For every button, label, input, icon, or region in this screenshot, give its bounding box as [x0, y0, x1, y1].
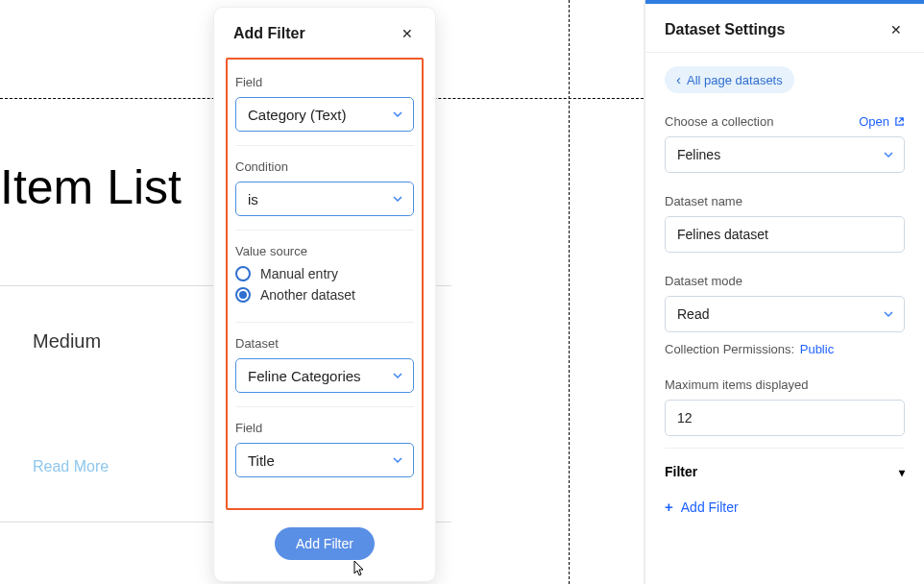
triangle-down-icon [899, 464, 905, 479]
field2-select-value: Title [248, 452, 275, 469]
permissions-link[interactable]: Public [800, 342, 834, 356]
external-link-icon [894, 116, 905, 127]
page-title: Item List [0, 159, 182, 215]
condition-select[interactable]: is [235, 182, 414, 216]
chevron-down-icon [392, 454, 403, 466]
close-icon[interactable] [399, 25, 416, 42]
add-filter-button[interactable]: Add Filter [275, 527, 375, 560]
choose-collection-label: Choose a collection [665, 114, 773, 129]
radio-icon [235, 266, 251, 281]
chevron-down-icon [392, 370, 403, 381]
add-filter-link-label: Add Filter [681, 499, 739, 515]
open-link-label: Open [859, 114, 889, 129]
dataset-name-block: Dataset name Felines dataset [665, 194, 905, 253]
collection-select-value: Felines [677, 147, 720, 162]
back-to-datasets-pill[interactable]: All page datasets [665, 66, 794, 93]
dataset-name-value: Felines dataset [677, 227, 768, 242]
chevron-down-icon [883, 308, 894, 320]
filter-heading-label: Filter [665, 464, 697, 479]
radio-label: Another dataset [260, 287, 355, 303]
dataset-label: Dataset [235, 336, 414, 351]
filter-section-toggle[interactable]: Filter [665, 448, 905, 493]
chevron-down-icon [392, 109, 403, 120]
chevron-down-icon [883, 149, 894, 160]
dataset-name-label: Dataset name [665, 194, 742, 208]
collection-permissions-row: Collection Permissions: Public [665, 342, 905, 356]
radio-icon [235, 287, 251, 303]
radio-another-dataset[interactable]: Another dataset [235, 287, 414, 303]
dataset-mode-select[interactable]: Read [665, 296, 905, 332]
back-pill-label: All page datasets [687, 73, 783, 87]
dataset-settings-panel: Dataset Settings All page datasets Choos… [644, 0, 924, 584]
rail-header: Dataset Settings [645, 4, 924, 53]
radio-manual-entry[interactable]: Manual entry [235, 266, 414, 281]
field-select-value: Category (Text) [248, 107, 347, 123]
condition-section: Condition is [235, 145, 414, 230]
read-more-link[interactable]: Read More [33, 458, 109, 475]
close-icon[interactable] [888, 21, 905, 38]
add-filter-link[interactable]: Add Filter [665, 493, 739, 530]
dataset-select-value: Feline Categories [248, 368, 361, 384]
highlighted-config-area: Field Category (Text) Condition is Value… [226, 58, 424, 510]
max-items-block: Maximum items displayed 12 [665, 377, 905, 436]
value-source-label: Value source [235, 244, 414, 258]
dataset-section: Dataset Feline Categories [235, 322, 414, 406]
rail-body: All page datasets Choose a collection Op… [645, 53, 924, 584]
field-label: Field [235, 75, 414, 89]
guide-line-vertical [569, 0, 570, 584]
dataset-mode-label: Dataset mode [665, 274, 742, 288]
choose-collection-block: Choose a collection Open Felines [665, 114, 905, 173]
field2-label: Field [235, 421, 414, 435]
radio-label: Manual entry [260, 266, 338, 281]
dataset-mode-block: Dataset mode Read Collection Permissions… [665, 274, 905, 356]
permissions-label: Collection Permissions: [665, 342, 794, 356]
collection-select[interactable]: Felines [665, 136, 905, 173]
dataset-mode-value: Read [677, 306, 709, 322]
panel-footer: Add Filter [214, 510, 435, 581]
field-select[interactable]: Category (Text) [235, 97, 414, 132]
field2-select[interactable]: Title [235, 443, 414, 477]
condition-select-value: is [248, 191, 258, 207]
panel-header: Add Filter [214, 8, 435, 58]
max-items-value: 12 [677, 410, 693, 426]
field-section: Field Category (Text) [235, 69, 414, 145]
plus-icon [665, 499, 673, 515]
chevron-down-icon [392, 193, 403, 205]
add-filter-panel: Add Filter Field Category (Text) Conditi… [213, 7, 436, 582]
field2-section: Field Title [235, 406, 414, 491]
panel-title: Add Filter [233, 25, 305, 42]
dataset-select[interactable]: Feline Categories [235, 358, 414, 393]
max-items-label: Maximum items displayed [665, 377, 809, 392]
max-items-input[interactable]: 12 [665, 400, 905, 436]
dataset-name-input[interactable]: Felines dataset [665, 216, 905, 253]
value-source-section: Value source Manual entry Another datase… [235, 230, 414, 322]
condition-label: Condition [235, 159, 414, 174]
chevron-left-icon [676, 72, 681, 87]
open-collection-link[interactable]: Open [859, 114, 905, 129]
rail-title: Dataset Settings [665, 21, 785, 38]
